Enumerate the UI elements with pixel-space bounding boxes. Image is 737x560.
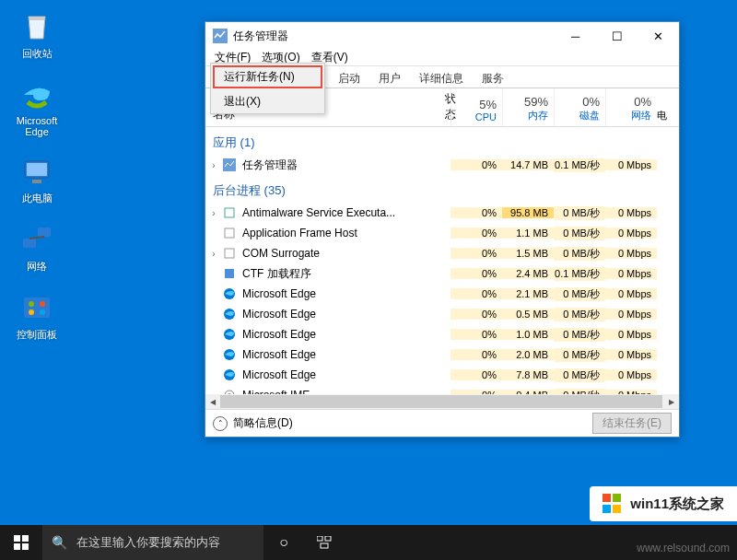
- scroll-right-icon[interactable]: ▶: [664, 394, 679, 409]
- network-value: 0 Mbps: [605, 349, 657, 360]
- process-name: CTF 加载程序: [222, 266, 445, 282]
- cpu-value: 0%: [450, 369, 502, 380]
- desktop-icon-this-pc[interactable]: 此电脑: [9, 154, 64, 205]
- tab-startup[interactable]: 启动: [329, 68, 369, 88]
- expand-icon[interactable]: ›: [205, 160, 222, 170]
- taskbar-taskview[interactable]: [304, 525, 345, 560]
- table-body[interactable]: 应用 (1) › 任务管理器 0% 14.7 MB 0.1 MB/秒 0 Mbp…: [205, 127, 679, 394]
- disk-value: 0 MB/秒: [554, 308, 605, 321]
- taskview-icon: [317, 536, 332, 549]
- process-row[interactable]: › 任务管理器 0% 14.7 MB 0.1 MB/秒 0 Mbps: [205, 155, 679, 175]
- menu-run-new-task[interactable]: 运行新任务(N): [213, 65, 322, 88]
- process-table: 名称 状态 5% CPU 59% 内存 0% 磁盘 0% 网络 电 应用 (1)…: [205, 88, 679, 409]
- svg-rect-25: [14, 535, 20, 542]
- tab-services[interactable]: 服务: [473, 68, 513, 88]
- minimize-button[interactable]: ─: [555, 22, 596, 50]
- expand-icon[interactable]: ›: [205, 208, 222, 218]
- desktop-icon-network[interactable]: 网络: [9, 222, 64, 274]
- tab-users[interactable]: 用户: [369, 68, 410, 88]
- start-button[interactable]: [0, 525, 42, 560]
- taskbar-search[interactable]: 🔍 在这里输入你要搜索的内容: [42, 525, 263, 560]
- svg-rect-3: [32, 180, 41, 183]
- process-icon: [222, 246, 237, 261]
- cpu-value: 0%: [450, 268, 502, 279]
- cpu-value: 0%: [450, 207, 502, 218]
- tab-details[interactable]: 详细信息: [410, 68, 473, 88]
- memory-value: 7.8 MB: [502, 369, 554, 380]
- desktop-icon-edge[interactable]: Microsoft Edge: [9, 77, 64, 137]
- svg-rect-28: [22, 543, 29, 550]
- close-button[interactable]: ✕: [638, 22, 679, 50]
- process-icon: [222, 266, 237, 281]
- disk-value: 0 MB/秒: [554, 247, 605, 261]
- desktop-icon-label: 此电脑: [22, 192, 53, 205]
- memory-value: 2.0 MB: [502, 349, 554, 360]
- column-extra[interactable]: 电: [657, 88, 679, 126]
- svg-point-11: [40, 309, 45, 315]
- column-disk[interactable]: 0% 磁盘: [554, 88, 605, 126]
- process-row[interactable]: Microsoft Edge 0% 1.0 MB 0 MB/秒 0 Mbps: [205, 324, 679, 344]
- disk-value: 0 MB/秒: [554, 227, 605, 240]
- cpu-value: 0%: [450, 159, 502, 170]
- disk-value: 0 MB/秒: [554, 328, 605, 342]
- svg-rect-15: [225, 228, 234, 238]
- scroll-left-icon[interactable]: ◀: [205, 394, 220, 409]
- taskbar-cortana[interactable]: ○: [263, 525, 304, 560]
- process-row[interactable]: Microsoft Edge 0% 2.0 MB 0 MB/秒 0 Mbps: [205, 344, 679, 365]
- desktop-icon-label: 回收站: [22, 47, 53, 61]
- process-row[interactable]: Microsoft Edge 0% 0.5 MB 0 MB/秒 0 Mbps: [205, 304, 679, 324]
- process-row[interactable]: Microsoft Edge 0% 2.1 MB 0 MB/秒 0 Mbps: [205, 284, 679, 304]
- cpu-value: 0%: [450, 349, 502, 360]
- disk-value: 0 MB/秒: [554, 368, 605, 382]
- process-icon: [222, 368, 237, 382]
- process-row[interactable]: Microsoft IME 0% 0.4 MB 0 MB/秒 0 Mbps: [205, 385, 679, 394]
- maximize-button[interactable]: ☐: [596, 22, 638, 50]
- desktop-icon-label: Microsoft Edge: [9, 115, 64, 137]
- memory-value: 1.1 MB: [502, 228, 554, 239]
- process-row[interactable]: CTF 加载程序 0% 2.4 MB 0.1 MB/秒 0 Mbps: [205, 263, 679, 284]
- network-icon: [19, 222, 54, 257]
- svg-rect-17: [225, 269, 234, 278]
- process-row[interactable]: › COM Surrogate 0% 1.5 MB 0 MB/秒 0 Mbps: [205, 243, 679, 263]
- process-row[interactable]: Microsoft Edge 0% 7.8 MB 0 MB/秒 0 Mbps: [205, 365, 679, 385]
- win11-logo-icon: [602, 494, 623, 514]
- process-name: Application Frame Host: [222, 226, 445, 240]
- svg-point-8: [29, 301, 34, 307]
- svg-rect-7: [24, 298, 50, 318]
- desktop-icon-label: 网络: [27, 260, 47, 274]
- process-name: 任务管理器: [222, 158, 445, 173]
- process-name: Microsoft Edge: [222, 327, 445, 342]
- titlebar[interactable]: 任务管理器 ─ ☐ ✕: [205, 22, 679, 50]
- disk-value: 0 MB/秒: [554, 206, 605, 220]
- horizontal-scrollbar[interactable]: ◀ ▶: [205, 394, 679, 409]
- memory-value: 0.5 MB: [502, 309, 554, 320]
- end-task-button[interactable]: 结束任务(E): [592, 413, 672, 434]
- column-cpu[interactable]: 5% CPU: [450, 88, 502, 126]
- disk-value: 0 MB/秒: [554, 348, 605, 362]
- svg-rect-30: [325, 536, 331, 541]
- windows-icon: [14, 535, 29, 550]
- desktop-icon-recycle-bin[interactable]: 回收站: [9, 9, 64, 61]
- section-background: 后台进程 (35): [205, 175, 679, 203]
- column-network[interactable]: 0% 网络: [605, 88, 657, 126]
- process-name: Microsoft Edge: [222, 307, 445, 321]
- column-memory[interactable]: 59% 内存: [502, 88, 554, 126]
- process-row[interactable]: › Antimalware Service Executa... 0% 95.8…: [205, 203, 679, 223]
- file-menu-dropdown: 运行新任务(N) 退出(X): [210, 63, 325, 114]
- disk-value: 0.1 MB/秒: [554, 158, 605, 172]
- window-title: 任务管理器: [233, 29, 555, 44]
- svg-line-6: [29, 237, 44, 239]
- desktop-icon-control-panel[interactable]: 控制面板: [9, 290, 64, 342]
- svg-point-10: [29, 309, 34, 315]
- process-row[interactable]: Application Frame Host 0% 1.1 MB 0 MB/秒 …: [205, 223, 679, 243]
- recycle-bin-icon: [19, 9, 54, 44]
- fewer-details-button[interactable]: ˄ 简略信息(D): [213, 415, 293, 431]
- cpu-value: 0%: [450, 228, 502, 239]
- expand-icon[interactable]: ›: [205, 249, 222, 259]
- memory-value: 2.4 MB: [502, 268, 554, 279]
- section-apps: 应用 (1): [205, 127, 679, 155]
- disk-value: 0.1 MB/秒: [554, 267, 605, 281]
- scroll-thumb[interactable]: [220, 395, 662, 408]
- menu-exit[interactable]: 退出(X): [211, 90, 324, 113]
- memory-value: 95.8 MB: [502, 207, 554, 218]
